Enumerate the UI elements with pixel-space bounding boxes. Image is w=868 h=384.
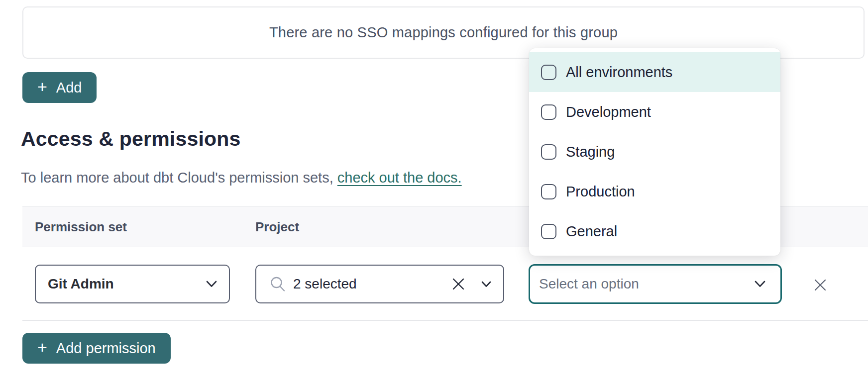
- chevron-down-icon: [481, 281, 491, 288]
- column-header-project: Project: [255, 219, 299, 235]
- option-label: Staging: [566, 144, 615, 160]
- dropdown-option-general[interactable]: General: [529, 211, 780, 251]
- project-select[interactable]: 2 selected: [255, 265, 504, 303]
- checkbox[interactable]: [541, 224, 556, 239]
- dropdown-option-all-environments[interactable]: All environments: [529, 52, 780, 92]
- page-title: Access & permissions: [21, 127, 241, 151]
- checkbox[interactable]: [541, 65, 556, 80]
- dropdown-option-staging[interactable]: Staging: [529, 132, 780, 172]
- option-label: General: [566, 223, 617, 240]
- permission-set-select[interactable]: Git Admin: [35, 265, 230, 303]
- checkbox[interactable]: [541, 104, 556, 120]
- add-button-label: Add: [56, 80, 82, 96]
- chevron-down-icon: [206, 281, 217, 288]
- environment-placeholder: Select an option: [539, 276, 755, 292]
- chevron-down-icon: [755, 281, 765, 288]
- option-label: Development: [566, 104, 651, 120]
- add-permission-button[interactable]: + Add permission: [22, 333, 171, 364]
- option-label: Production: [566, 184, 635, 200]
- remove-x-icon: [814, 279, 826, 291]
- sso-empty-message: There are no SSO mappings configured for…: [269, 24, 618, 41]
- docs-link[interactable]: check out the docs.: [337, 170, 462, 186]
- add-permission-label: Add permission: [56, 340, 156, 357]
- dropdown-option-development[interactable]: Development: [529, 92, 780, 132]
- plus-icon: +: [37, 339, 47, 356]
- checkbox[interactable]: [541, 184, 556, 199]
- description-text: To learn more about dbt Cloud's permissi…: [21, 170, 337, 186]
- permission-set-value: Git Admin: [48, 276, 206, 292]
- environment-dropdown-popup: All environments Development Staging Pro…: [529, 48, 780, 256]
- section-description: To learn more about dbt Cloud's permissi…: [21, 170, 462, 186]
- environment-select[interactable]: Select an option: [529, 264, 782, 304]
- add-sso-mapping-button[interactable]: + Add: [22, 72, 97, 103]
- project-selected-count: 2 selected: [293, 276, 452, 292]
- option-label: All environments: [566, 64, 672, 81]
- dropdown-option-production[interactable]: Production: [529, 172, 780, 211]
- plus-icon: +: [37, 78, 47, 95]
- checkbox[interactable]: [541, 144, 556, 160]
- column-header-permission-set: Permission set: [35, 219, 255, 235]
- remove-row-button[interactable]: [811, 276, 830, 294]
- search-icon: [270, 277, 285, 292]
- clear-x-icon[interactable]: [452, 278, 464, 290]
